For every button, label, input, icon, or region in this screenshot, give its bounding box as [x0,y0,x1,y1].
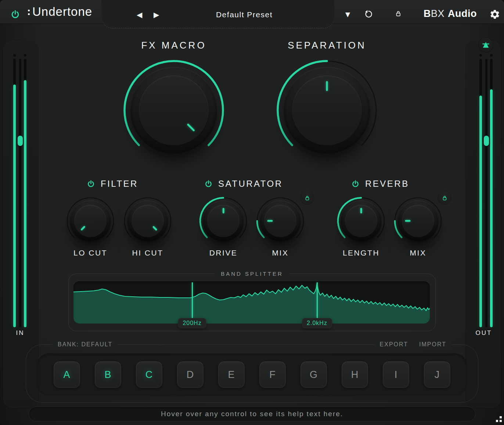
band-splitter-panel: 200Hz2.0kHz [73,281,430,324]
reverb-length-label: LENGTH [332,249,390,257]
band-splitter-title: BAND SPLITTER [214,271,290,277]
prev-icon: ◀ [137,10,142,20]
bank-slot-e[interactable]: E [218,361,245,388]
logo: Undertone [28,6,92,18]
separation-knob[interactable] [274,57,380,164]
bank-slot-strip: ABCDEFGHIJ [37,353,467,396]
reverb-mix-knob[interactable] [393,196,443,246]
saturator-mix-lock-button[interactable] [300,191,314,204]
chevron-down-icon: ▼ [345,11,350,18]
preset-selector[interactable]: Default Preset [189,10,299,19]
fx-macro-label: FX MACRO [119,40,229,51]
band-split-line[interactable] [317,282,318,318]
meter-peak-dot [479,54,482,57]
spectrum-curve [73,281,430,324]
bank-slot-a[interactable]: A [53,361,80,388]
export-button[interactable]: EXPORT [380,341,408,348]
auto-gain-button[interactable] [479,38,493,52]
reverb-length-knob[interactable] [336,196,386,246]
input-gain-handle[interactable] [18,136,23,146]
filter-power-button[interactable] [87,180,95,188]
brand-bold: B [424,8,431,19]
reverb-title: REVERB [365,179,409,189]
input-meter-right-fill [24,80,26,327]
band-split-value-badge: 200Hz [178,318,206,328]
bank-slot-d[interactable]: D [177,361,204,388]
reverb-mix-label: MIX [389,249,447,257]
preset-lock-button[interactable] [394,10,402,18]
filter-section-header: FILTER [87,179,138,189]
reset-button[interactable] [364,10,373,19]
hi-cut-knob[interactable] [123,196,173,246]
saturator-mix-label: MIX [251,249,310,257]
bank-slot-i[interactable]: I [382,361,410,388]
lo-cut-knob[interactable] [65,196,115,246]
fx-macro-knob[interactable] [120,57,227,164]
output-meter-left-fill [479,96,482,327]
prev-preset-button[interactable]: ◀ [137,10,142,20]
help-text: Hover over any control to see its help t… [161,410,343,418]
hi-cut-label: HI CUT [118,249,177,257]
lock-icon [441,194,448,201]
input-gain-slider-track[interactable] [19,59,21,327]
brand-rest: Audio [448,8,477,19]
power-icon [10,10,20,19]
drive-knob[interactable] [198,196,248,246]
filter-title: FILTER [101,179,138,189]
bank-slot-f[interactable]: F [259,361,286,388]
plugin-window: Undertone ◀ ▶ Default Preset ▼ BBXAudio [0,0,504,425]
output-meter-label: OUT [464,329,504,337]
bank-slot-g[interactable]: G [300,361,327,388]
band-split-value-badge: 2.0kHz [302,318,332,328]
brand: BBXAudio [424,8,477,19]
meter-peak-dot [13,54,16,57]
meter-peak-dot [490,54,493,57]
master-power-button[interactable] [10,10,20,19]
bank-label: BANK: DEFAULT [53,341,118,348]
preset-name: Default Preset [216,10,273,19]
spectrum-display [73,281,430,324]
output-gain-slider-track[interactable] [485,59,487,327]
saturator-power-button[interactable] [204,180,213,188]
next-icon: ▶ [154,10,159,20]
bank-actions: EXPORT IMPORT [375,341,451,348]
import-button[interactable]: IMPORT [419,341,446,348]
output-meter-right-fill [490,89,493,327]
output-gain-handle[interactable] [484,136,489,146]
reverb-mix-lock-button[interactable] [438,191,451,204]
preset-dropdown-button[interactable]: ▼ [345,11,350,18]
eject-triangle-icon [482,41,490,49]
input-meter-left-fill [13,85,16,327]
reverb-section-header: REVERB [351,179,409,189]
lo-cut-label: LO CUT [61,249,120,257]
meter-peak-dot [24,54,26,57]
saturator-section-header: SATURATOR [204,179,283,189]
next-preset-button[interactable]: ▶ [154,10,159,20]
reverb-power-button[interactable] [351,180,360,188]
separation-label: SEPARATION [272,40,382,51]
lock-icon [394,10,402,18]
saturator-title: SATURATOR [218,179,283,189]
saturator-mix-knob[interactable] [255,196,305,246]
bank-slot-b[interactable]: B [94,361,122,388]
lock-icon [304,194,311,201]
brand-light: BX [431,8,444,19]
bank-slot-c[interactable]: C [136,361,163,388]
bank-slot-j[interactable]: J [424,361,451,388]
settings-button[interactable] [489,9,500,20]
drive-label: DRIVE [194,249,253,257]
input-meter-label: IN [0,329,40,337]
logo-dots-icon [28,10,30,18]
gear-icon [489,9,500,20]
reset-icon [364,10,373,19]
resize-grip[interactable] [496,416,502,422]
help-bar: Hover over any control to see its help t… [29,407,475,421]
band-split-line[interactable] [192,282,193,318]
logo-text: Undertone [32,6,92,18]
bank-slot-h[interactable]: H [341,361,368,388]
